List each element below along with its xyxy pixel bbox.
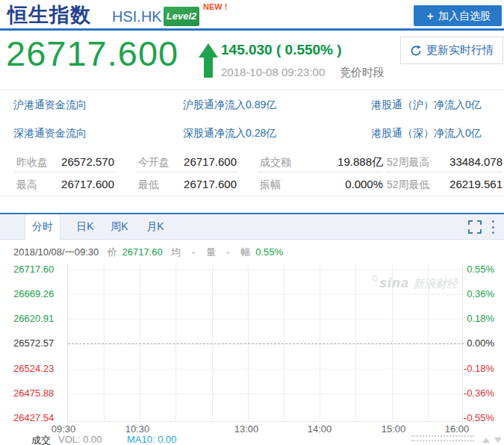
chart-info-amp-value: 0.55% <box>255 246 283 258</box>
chart-info-datetime: 2018/10/08/一09:30 <box>13 246 99 258</box>
x-axis-label: 16:00 <box>441 423 473 435</box>
fund-flow-section: 沪港通资金流向 沪股通净流入0.89亿 港股通（沪）净流入0亿 深港通资金流向 … <box>0 90 504 147</box>
stat-label-open: 今开盘 <box>138 152 169 172</box>
sina-logo-icon <box>372 276 378 281</box>
stats-divider <box>258 172 383 172</box>
tab-daily-k[interactable]: 日K <box>70 214 100 239</box>
stat-label-turnover: 成交额 <box>260 152 291 172</box>
stats-divider <box>136 172 237 172</box>
header-divider <box>0 28 504 31</box>
chart-info-avg-value: - <box>192 246 195 258</box>
y-axis-label-left: 26669.26 <box>13 288 66 299</box>
y-axis-label-left: 26524.23 <box>13 363 66 374</box>
gridline-h <box>68 369 464 370</box>
y-axis-label-left: 26475.88 <box>13 388 66 399</box>
refresh-icon <box>410 45 422 57</box>
baseline-dashed <box>68 343 464 344</box>
scroll-up-icon[interactable] <box>482 438 490 443</box>
stock-code: HSI.HK <box>112 8 162 25</box>
add-watchlist-label: 加入自选股 <box>438 10 491 22</box>
fund-flow-northbound-sh[interactable]: 沪股通净流入0.89亿 <box>183 90 276 119</box>
tab-minute-chart[interactable]: 分时 <box>25 214 60 240</box>
price-change: 145.030 ( 0.550% ) <box>221 42 342 58</box>
gridline-h <box>68 393 464 394</box>
stat-label-amplitude: 振幅 <box>260 175 281 194</box>
fund-flow-northbound-sz[interactable]: 深股通净流入0.28亿 <box>183 119 276 147</box>
x-axis-label: 10:30 <box>121 423 154 435</box>
gridline-h <box>68 319 464 320</box>
page-title: 恒生指数 <box>7 1 91 28</box>
stats-table: 昨收盘 26572.570 今开盘 26717.600 成交额 19.888亿 … <box>0 146 504 196</box>
chart-menu-icon[interactable] <box>492 220 495 234</box>
stat-value-turnover: 19.888亿 <box>337 152 383 172</box>
volume-value: VOL: 0.00 <box>58 434 102 445</box>
chart-info-price-value: 26717.60 <box>122 246 162 258</box>
stat-value-prev-close: 26572.570 <box>61 152 114 172</box>
chart-tabbar: 分时 日K 周K 月K <box>0 214 504 240</box>
fullscreen-icon[interactable] <box>468 220 482 234</box>
chart-panel: 分时 日K 周K 月K 2018/10/08/一09:30 价 26717.60… <box>0 213 504 445</box>
stat-label-prev-close: 昨收盘 <box>16 152 48 172</box>
stat-value-high: 26717.600 <box>61 175 114 194</box>
chart-info-avg-label: 均 <box>171 246 181 258</box>
session-status: 竞价时段 <box>340 66 385 80</box>
refresh-quote-button[interactable]: 更新实时行情 <box>400 37 503 64</box>
quote-timestamp: 2018-10-08 09:23:00 <box>221 66 325 78</box>
x-axis-label: 09:30 <box>47 423 80 435</box>
chart-crosshair-info: 2018/10/08/一09:30 价 26717.60 均 - 量 - 幅 0… <box>13 246 283 259</box>
add-watchlist-button[interactable]: ＋加入自选股 <box>414 5 502 26</box>
stats-divider <box>13 172 116 172</box>
fund-flow-row: 沪港通资金流向 沪股通净流入0.89亿 港股通（沪）净流入0亿 <box>0 90 504 119</box>
chart-info-vol-label: 量 <box>206 246 216 258</box>
stat-label-low: 最低 <box>138 175 159 194</box>
volume-pane-label: 成交 <box>31 434 51 445</box>
fund-flow-southbound-sh[interactable]: 港股通（沪）净流入0亿 <box>371 90 482 119</box>
y-axis-label-left: 26427.54 <box>13 412 66 423</box>
watermark-logo: sina <box>379 276 409 290</box>
x-axis-label: 13:00 <box>230 423 263 435</box>
plus-icon: ＋ <box>425 10 435 22</box>
current-price: 26717.600 <box>6 33 178 74</box>
stat-value-low: 26717.600 <box>184 175 237 194</box>
y-axis-label-left: 26717.60 <box>13 264 66 275</box>
stat-label-52w-low: 52周最低 <box>387 175 430 194</box>
tab-monthly-k[interactable]: 月K <box>140 214 170 239</box>
up-arrow-icon <box>199 43 218 78</box>
level2-badge[interactable]: Level2 <box>164 7 199 26</box>
stat-value-52w-high: 33484.078 <box>449 152 503 172</box>
y-axis-label-left: 26620.91 <box>13 313 66 324</box>
stat-value-amplitude: 0.000% <box>345 175 383 194</box>
ma10-value: MA10: 0.00 <box>127 434 177 445</box>
stat-value-open: 26717.600 <box>184 152 237 172</box>
stats-divider <box>385 172 503 172</box>
fund-flow-link-hgt[interactable]: 沪港通资金流向 <box>13 90 87 119</box>
fund-flow-southbound-sz[interactable]: 港股通（深）净流入0亿 <box>371 119 482 147</box>
chart-info-price-label: 价 <box>108 246 117 258</box>
stat-value-52w-low: 26219.561 <box>449 175 503 194</box>
chart-info-vol-value: - <box>227 246 230 258</box>
gridline-h <box>68 270 464 270</box>
gridline-h <box>68 294 464 295</box>
stat-label-52w-high: 52周最高 <box>387 152 430 172</box>
chart-info-amp-label: 幅 <box>241 246 251 258</box>
watermark-text: 新浪财经 <box>413 277 458 290</box>
chart-scrollbar[interactable] <box>411 435 474 441</box>
x-axis-label: 14:00 <box>303 423 336 435</box>
refresh-label: 更新实时行情 <box>426 43 494 57</box>
new-badge: NEW ! <box>203 2 227 11</box>
y-axis-label-left: 26572.57 <box>13 337 66 349</box>
fund-flow-link-sgt[interactable]: 深港通资金流向 <box>13 119 87 147</box>
x-axis-label: 15:00 <box>377 423 410 435</box>
scroll-down-icon[interactable] <box>494 438 502 443</box>
sina-watermark: sina新浪财经 <box>372 276 458 291</box>
fund-flow-row: 深港通资金流向 深股通净流入0.28亿 港股通（深）净流入0亿 <box>0 119 504 147</box>
tab-weekly-k[interactable]: 周K <box>105 214 134 239</box>
stat-label-high: 最高 <box>16 175 37 194</box>
hsi-quote-page: 恒生指数 HSI.HK Level2 NEW ! ＋加入自选股 26717.60… <box>0 0 504 445</box>
